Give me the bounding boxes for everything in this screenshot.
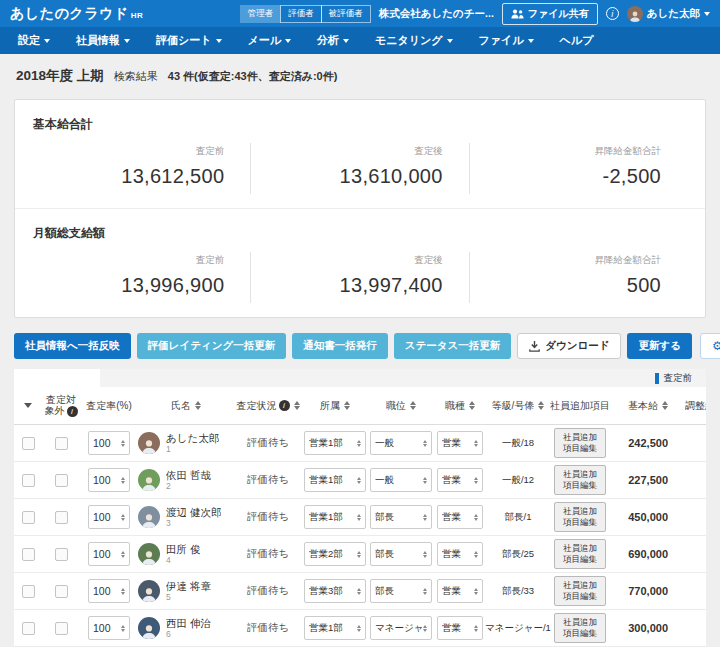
row-select-checkbox[interactable] xyxy=(22,437,35,450)
nav-employee-info[interactable]: 社員情報 xyxy=(76,33,130,48)
edit-additional-items-button[interactable]: 社員追加 項目編集 xyxy=(554,502,606,531)
status-bulk-update-button[interactable]: ステータス一括更新 xyxy=(394,333,511,359)
employee-name[interactable]: あした太郎 xyxy=(166,432,219,445)
job-type-select[interactable]: 営業 xyxy=(437,505,483,529)
job-type-select[interactable]: 営業 xyxy=(437,542,483,566)
stepper-arrows-icon xyxy=(121,588,125,595)
logo-suffix: HR xyxy=(131,11,144,20)
department-select[interactable]: 営業1部 xyxy=(304,616,366,640)
nav-monitoring[interactable]: モニタリング xyxy=(375,33,453,48)
rate-stepper[interactable]: 100 xyxy=(88,579,130,603)
header-adjust-salary: 調整給 xyxy=(685,400,706,412)
edit-additional-items-button[interactable]: 社員追加 項目編集 xyxy=(554,465,606,494)
role-badge-admin[interactable]: 管理者 xyxy=(240,5,282,23)
person-icon xyxy=(141,512,157,528)
exclude-checkbox[interactable] xyxy=(55,474,68,487)
employee-name[interactable]: 田所 俊 xyxy=(166,543,200,556)
summary-section-title: 基本給合計 xyxy=(33,116,687,133)
base-salary-value: 690,000 xyxy=(628,548,668,560)
sort-icon[interactable] xyxy=(195,401,201,410)
position-select[interactable]: 一般 xyxy=(370,468,432,492)
row-select-checkbox[interactable] xyxy=(22,548,35,561)
display-settings-button[interactable]: ⚙ 表示設定 xyxy=(700,333,720,359)
header-status: 査定状況i xyxy=(237,400,290,412)
file-share-button[interactable]: ファイル共有 xyxy=(502,3,598,25)
edit-additional-items-button[interactable]: 社員追加 項目編集 xyxy=(554,428,606,457)
avatar xyxy=(138,506,160,528)
department-select[interactable]: 営業1部 xyxy=(304,431,366,455)
rate-stepper[interactable]: 100 xyxy=(88,505,130,529)
summary-col-after: 査定後 13,997,400 xyxy=(250,252,468,303)
exclude-checkbox[interactable] xyxy=(55,585,68,598)
department-select[interactable]: 営業1部 xyxy=(304,468,366,492)
exclude-checkbox[interactable] xyxy=(55,511,68,524)
expand-all-caret[interactable] xyxy=(24,403,32,408)
value-delta: -2,500 xyxy=(470,165,661,188)
sort-icon[interactable] xyxy=(469,401,475,410)
monthly-total-summary: 月額総支給額 査定前 13,996,900 査定後 13,997,400 昇降給… xyxy=(15,208,705,317)
row-select-checkbox[interactable] xyxy=(22,585,35,598)
rate-stepper[interactable]: 100 xyxy=(88,616,130,640)
select-arrows-icon xyxy=(423,588,427,595)
stepper-arrows-icon xyxy=(121,625,125,632)
row-select-checkbox[interactable] xyxy=(22,511,35,524)
department-select[interactable]: 営業2部 xyxy=(304,542,366,566)
page-title-row: 2018年度 上期 検索結果 43 件(仮査定:43件、査定済み:0件) xyxy=(0,54,720,93)
position-select[interactable]: 部長 xyxy=(370,542,432,566)
job-type-select[interactable]: 営業 xyxy=(437,431,483,455)
rate-stepper[interactable]: 100 xyxy=(88,542,130,566)
job-type-select[interactable]: 営業 xyxy=(437,616,483,640)
role-badge-evaluator[interactable]: 評価者 xyxy=(280,5,322,23)
employee-name[interactable]: 西田 伸治 xyxy=(166,617,211,630)
employee-name[interactable]: 依田 哲哉 xyxy=(166,469,211,482)
exclude-checkbox[interactable] xyxy=(55,622,68,635)
notice-bulk-issue-button[interactable]: 通知書一括発行 xyxy=(292,333,388,359)
position-select[interactable]: 部長 xyxy=(370,505,432,529)
sort-icon[interactable] xyxy=(410,401,416,410)
app-logo[interactable]: あしたのクラウド HR xyxy=(10,5,143,23)
rating-bulk-update-button[interactable]: 評価レイティング一括更新 xyxy=(137,333,286,359)
nav-file[interactable]: ファイル xyxy=(479,33,534,48)
nav-analysis[interactable]: 分析 xyxy=(317,33,349,48)
exclude-checkbox[interactable] xyxy=(55,548,68,561)
avatar xyxy=(138,543,160,565)
department-select[interactable]: 営業3部 xyxy=(304,579,366,603)
position-select[interactable]: マネージャー xyxy=(370,616,432,640)
stepper-arrows-icon xyxy=(121,477,125,484)
employee-name[interactable]: 渡辺 健次郎 xyxy=(166,506,221,519)
nav-mail[interactable]: メール xyxy=(248,33,292,48)
info-icon[interactable]: i xyxy=(279,400,290,411)
rate-stepper[interactable]: 100 xyxy=(88,431,130,455)
employee-number: 5 xyxy=(166,592,211,602)
position-select[interactable]: 一般 xyxy=(370,431,432,455)
user-menu[interactable]: あした太郎 xyxy=(627,6,710,22)
department-select[interactable]: 営業1部 xyxy=(304,505,366,529)
employee-number: 6 xyxy=(166,629,211,639)
job-type-select[interactable]: 営業 xyxy=(437,579,483,603)
role-badge-evaluatee[interactable]: 被評価者 xyxy=(321,5,371,23)
header-exclude: 査定対象外i xyxy=(42,394,80,417)
job-type-select[interactable]: 営業 xyxy=(437,468,483,492)
sort-icon[interactable] xyxy=(538,401,544,410)
info-icon[interactable]: i xyxy=(67,406,78,417)
edit-additional-items-button[interactable]: 社員追加 項目編集 xyxy=(554,613,606,642)
nav-help[interactable]: ヘルプ xyxy=(560,33,594,48)
edit-additional-items-button[interactable]: 社員追加 項目編集 xyxy=(554,539,606,568)
row-select-checkbox[interactable] xyxy=(22,622,35,635)
search-result-count: 43 件(仮査定:43件、査定済み:0件) xyxy=(168,69,338,84)
edit-additional-items-button[interactable]: 社員追加 項目編集 xyxy=(554,576,606,605)
exclude-checkbox[interactable] xyxy=(55,437,68,450)
employee-name[interactable]: 伊達 将章 xyxy=(166,580,211,593)
bulk-reflect-button[interactable]: 社員情報へ一括反映 xyxy=(14,333,131,359)
help-info-icon[interactable]: i xyxy=(606,7,619,20)
update-button[interactable]: 更新する xyxy=(627,333,692,359)
sort-icon[interactable] xyxy=(294,401,300,410)
rate-stepper[interactable]: 100 xyxy=(88,468,130,492)
download-button[interactable]: ダウンロード xyxy=(517,333,621,359)
nav-eval-sheet[interactable]: 評価シート xyxy=(156,33,222,48)
sort-icon[interactable] xyxy=(344,401,350,410)
position-select[interactable]: 部長 xyxy=(370,579,432,603)
nav-settings[interactable]: 設定 xyxy=(18,33,50,48)
row-select-checkbox[interactable] xyxy=(22,474,35,487)
sort-icon[interactable] xyxy=(662,401,668,410)
